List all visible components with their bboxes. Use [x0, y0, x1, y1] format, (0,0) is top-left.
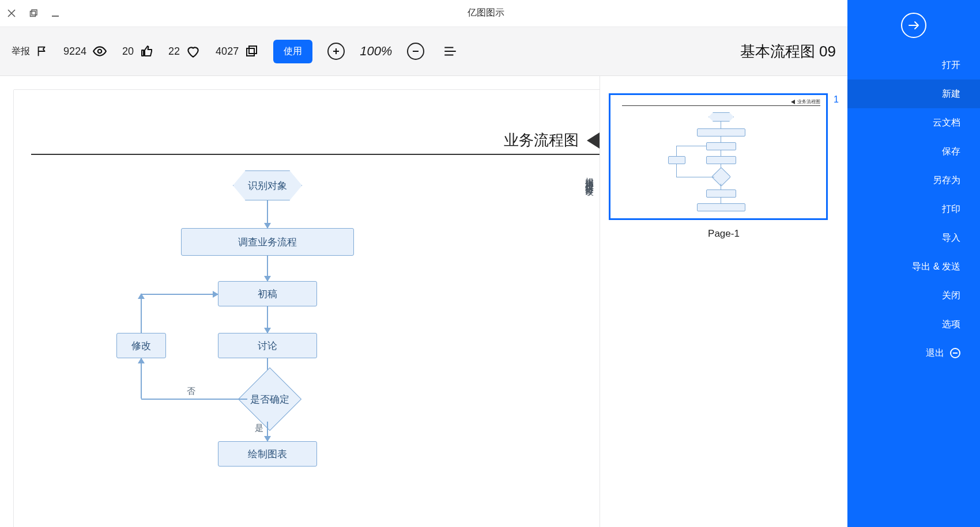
thumb-node: [697, 203, 745, 211]
node-chart[interactable]: 绘制图表: [218, 441, 317, 467]
page-thumbnail[interactable]: 业务流程图: [609, 93, 828, 220]
window-maximize-button[interactable]: [29, 9, 38, 18]
use-label: 使用: [284, 46, 302, 56]
views-group: 9224: [63, 44, 107, 59]
template-toolbar: 举报 9224 20 22 4027 使用 100%: [0, 26, 847, 76]
copies-group: 4027: [216, 44, 258, 58]
edge-check-left: [141, 399, 247, 400]
report-group[interactable]: 举报: [12, 45, 48, 58]
file-menu-open[interactable]: 打开: [847, 51, 980, 79]
pages-panel: 业务流程图: [600, 76, 847, 527]
copy-icon: [244, 44, 258, 58]
svg-rect-0: [31, 11, 36, 16]
file-menu-cloud[interactable]: 云文档: [847, 108, 980, 137]
edge-check-chart: [267, 422, 268, 441]
window-close-button[interactable]: [7, 9, 16, 18]
file-menu-panel: 打开 新建 云文档 保存 另存为 打印 导入 导出 & 发送 关闭 选项 退出: [847, 0, 980, 527]
eye-icon: [92, 44, 107, 59]
node-discuss[interactable]: 讨论: [218, 333, 317, 358]
flowchart: 业务流程图 根据用户反馈进行修改 识别对象 调查业务流程 初稿: [14, 90, 600, 527]
views-count: 9224: [63, 46, 86, 58]
node-modify[interactable]: 修改: [116, 333, 166, 358]
diagram-title: 业务流程图: [504, 130, 579, 150]
file-menu-new[interactable]: 新建: [847, 79, 980, 108]
thumb-node: [706, 156, 736, 164]
zoom-out-button[interactable]: [407, 43, 424, 60]
edge-modify-up: [141, 294, 142, 333]
likes-group[interactable]: 22: [168, 44, 201, 59]
edge-no-label: 否: [187, 386, 195, 397]
heart-icon: [186, 44, 201, 59]
thumb-node: [711, 167, 731, 187]
thumb-title: 业务流程图: [791, 98, 820, 105]
thumb-node: [706, 142, 736, 150]
svg-rect-5: [249, 46, 257, 54]
flag-icon: [36, 45, 48, 58]
page-index: 1: [834, 94, 839, 105]
svg-rect-4: [247, 48, 254, 56]
svg-rect-1: [32, 10, 37, 15]
node-draft[interactable]: 初稿: [218, 281, 317, 306]
thumb-node: [668, 156, 685, 164]
zoom-level: 100%: [360, 44, 392, 59]
main-area: 业务流程图 根据用户反馈进行修改 识别对象 调查业务流程 初稿: [0, 76, 847, 527]
node-investigate[interactable]: 调查业务流程: [181, 228, 354, 256]
zoom-in-button[interactable]: [327, 43, 345, 60]
edge-yes-label: 是: [255, 423, 263, 434]
svg-point-3: [98, 50, 102, 54]
back-button[interactable]: [901, 13, 926, 38]
thumbs-count: 20: [122, 46, 134, 58]
file-menu-import[interactable]: 导入: [847, 223, 980, 252]
thumbs-up-icon: [140, 44, 153, 58]
copies-count: 4027: [216, 46, 239, 58]
file-menu-back: [847, 0, 980, 51]
outline-toggle-icon[interactable]: [443, 44, 458, 59]
edge-up-to-modify: [141, 358, 142, 399]
thumb-node: [697, 128, 745, 137]
diagram-side-note: 根据用户反馈进行修改: [584, 170, 595, 182]
title-bar: 亿图图示 VIP: [0, 0, 980, 26]
file-menu-close[interactable]: 关闭: [847, 281, 980, 310]
file-menu-save[interactable]: 保存: [847, 137, 980, 166]
thumb-node: [706, 189, 736, 198]
node-check[interactable]: 是否确定: [238, 367, 301, 431]
file-menu-exit[interactable]: 退出: [847, 339, 980, 367]
document-title: 基本流程图 09: [740, 41, 836, 62]
arrow-draft-discuss: [267, 306, 268, 333]
thumbs-group[interactable]: 20: [122, 44, 153, 58]
arrow-start-investigate: [267, 200, 268, 228]
node-start[interactable]: 识别对象: [233, 170, 302, 200]
exit-icon: [950, 348, 960, 358]
file-menu-saveas[interactable]: 另存为: [847, 166, 980, 195]
use-template-button[interactable]: 使用: [273, 40, 312, 63]
file-menu-print[interactable]: 打印: [847, 195, 980, 223]
title-marker-icon: [587, 132, 600, 149]
file-menu-export[interactable]: 导出 & 发送: [847, 252, 980, 281]
diagram-title-row: 业务流程图: [31, 130, 600, 155]
file-menu-options[interactable]: 选项: [847, 310, 980, 339]
app-title: 亿图图示: [60, 7, 913, 19]
page-label: Page-1: [708, 228, 740, 240]
edge-modify-to-draft: [141, 294, 218, 295]
report-label: 举报: [12, 46, 30, 58]
likes-count: 22: [168, 46, 180, 58]
diagram-canvas[interactable]: 业务流程图 根据用户反馈进行修改 识别对象 调查业务流程 初稿: [0, 76, 600, 527]
thumb-title-underline: [622, 105, 820, 106]
thumb-node: [708, 112, 734, 122]
arrow-investigate-draft: [267, 256, 268, 281]
window-minimize-button[interactable]: [51, 9, 60, 18]
